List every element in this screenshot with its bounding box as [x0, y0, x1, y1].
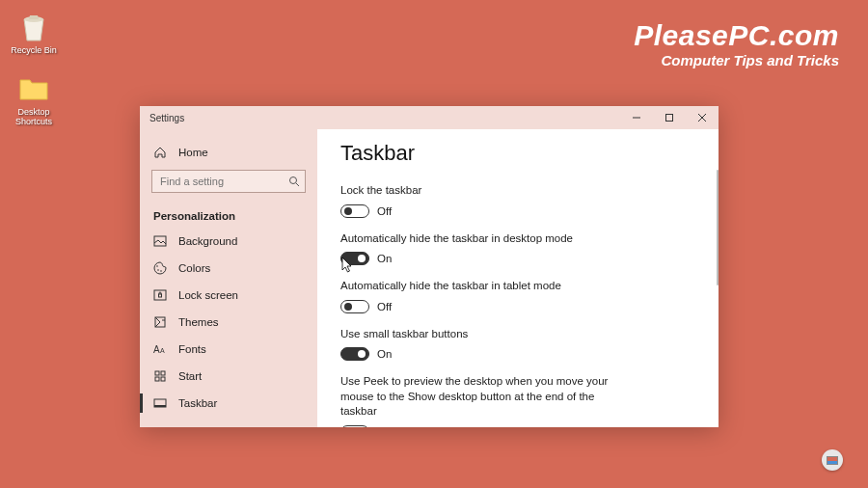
svg-point-9 — [157, 269, 159, 271]
svg-rect-19 — [161, 377, 165, 381]
svg-point-5 — [290, 177, 297, 184]
toggle-peek[interactable] — [340, 425, 369, 427]
svg-rect-16 — [155, 371, 159, 375]
toggle-autohide-desktop[interactable] — [340, 252, 369, 265]
setting-label: Use Peek to preview the desktop when you… — [340, 374, 620, 420]
svg-rect-12 — [159, 294, 162, 297]
search-input[interactable] — [151, 170, 306, 193]
nav-themes[interactable]: Themes — [140, 309, 317, 336]
home-icon — [153, 146, 167, 159]
nav-label: Fonts — [178, 343, 206, 355]
svg-rect-18 — [155, 377, 159, 381]
brand-subtitle: Computer Tips and Tricks — [634, 52, 839, 68]
toggle-state: Off — [377, 301, 392, 312]
nav-label: Background — [178, 235, 237, 247]
nav-label: Start — [178, 370, 202, 382]
svg-text:A: A — [153, 344, 160, 355]
setting-peek: Use Peek to preview the desktop when you… — [340, 374, 695, 427]
nav-start[interactable]: Start — [140, 363, 317, 390]
window-title: Settings — [140, 113, 184, 123]
svg-text:A: A — [160, 347, 165, 354]
setting-label: Automatically hide the taskbar in tablet… — [340, 279, 620, 294]
svg-rect-21 — [154, 405, 166, 407]
lock-screen-icon — [153, 288, 167, 302]
desktop-icon-label: Desktop Shortcuts — [10, 108, 58, 127]
toggle-state: On — [377, 253, 392, 264]
themes-icon — [153, 315, 167, 329]
window-controls — [620, 106, 719, 129]
taskbar-icon — [153, 396, 167, 410]
nav-colors[interactable]: Colors — [140, 255, 317, 282]
maximize-button[interactable] — [653, 106, 686, 129]
nav-fonts[interactable]: AA Fonts — [140, 336, 317, 363]
close-button[interactable] — [686, 106, 719, 129]
titlebar[interactable]: Settings — [140, 106, 719, 129]
settings-window: Settings Home Personalization Background — [140, 106, 719, 427]
nav-lock-screen[interactable]: Lock screen — [140, 282, 317, 309]
scrollbar[interactable] — [717, 170, 719, 285]
desktop-icon-shortcuts[interactable]: Desktop Shortcuts — [10, 71, 58, 127]
sidebar-section-label: Personalization — [140, 201, 317, 228]
page-title: Taskbar — [340, 141, 695, 166]
setting-small-buttons: Use small taskbar buttons On — [340, 327, 695, 362]
svg-point-8 — [156, 265, 158, 267]
search-icon — [288, 176, 300, 187]
nav-taskbar[interactable]: Taskbar — [140, 390, 317, 417]
nav-label: Home — [178, 147, 208, 158]
setting-autohide-tablet: Automatically hide the taskbar in tablet… — [340, 279, 695, 313]
setting-autohide-desktop: Automatically hide the taskbar in deskto… — [340, 231, 695, 266]
svg-rect-2 — [666, 115, 673, 122]
desktop-icon-label: Recycle Bin — [10, 46, 58, 56]
brand-title: PleasePC.com — [634, 19, 839, 52]
nav-label: Taskbar — [178, 397, 217, 409]
toggle-state: On — [377, 348, 392, 360]
system-tray-icon[interactable] — [822, 449, 843, 471]
toggle-state: Off — [377, 205, 392, 217]
minimize-button[interactable] — [620, 106, 653, 129]
fonts-icon: AA — [153, 342, 167, 356]
folder-icon — [16, 71, 51, 106]
svg-line-6 — [296, 183, 299, 186]
setting-lock-taskbar: Lock the taskbar Off — [340, 183, 695, 218]
toggle-lock-taskbar[interactable] — [340, 204, 369, 218]
toggle-state: Off — [377, 426, 392, 427]
nav-label: Colors — [178, 262, 210, 274]
search-container — [151, 170, 306, 193]
nav-home[interactable]: Home — [140, 139, 317, 166]
desktop-icon-recycle-bin[interactable]: Recycle Bin — [10, 10, 58, 56]
setting-label: Lock the taskbar — [340, 183, 620, 199]
nav-label: Themes — [178, 316, 219, 328]
nav-label: Lock screen — [178, 289, 238, 301]
setting-label: Automatically hide the taskbar in deskto… — [340, 231, 620, 247]
setting-label: Use small taskbar buttons — [340, 327, 620, 342]
svg-rect-17 — [161, 371, 165, 375]
content-pane: Taskbar Lock the taskbar Off Automatical… — [317, 129, 719, 427]
svg-point-10 — [160, 270, 162, 272]
toggle-autohide-tablet[interactable] — [340, 300, 369, 313]
svg-rect-7 — [154, 236, 166, 246]
recycle-bin-icon — [16, 10, 51, 44]
sidebar: Home Personalization Background Colors L… — [140, 129, 317, 427]
toggle-small-buttons[interactable] — [340, 347, 369, 361]
brand-overlay: PleasePC.com Computer Tips and Tricks — [634, 19, 839, 68]
nav-background[interactable]: Background — [140, 228, 317, 255]
palette-icon — [153, 261, 167, 275]
image-icon — [153, 234, 167, 248]
start-icon — [153, 369, 167, 383]
